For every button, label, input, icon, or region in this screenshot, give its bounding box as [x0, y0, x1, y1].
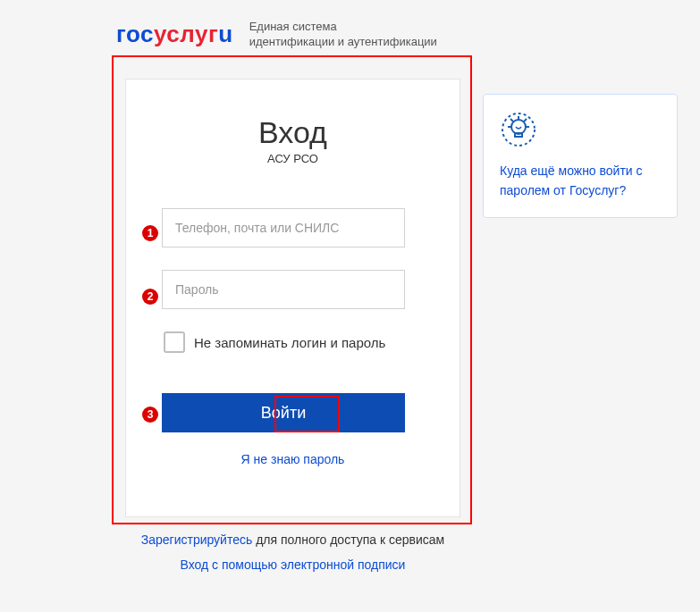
lightbulb-icon [500, 111, 537, 148]
logo-part-gos: гос [116, 21, 154, 47]
svg-line-5 [510, 119, 513, 122]
remember-row: Не запоминать логин и пароль [162, 331, 424, 353]
svg-line-6 [524, 119, 527, 122]
login-input[interactable] [162, 208, 405, 247]
forgot-password-link[interactable]: Я не знаю пароль [162, 452, 424, 466]
login-title: Вход [162, 115, 424, 150]
tagline-line2: идентификации и аутентификации [249, 35, 437, 50]
logo-part-u: u [218, 21, 232, 47]
submit-button[interactable]: Войти [162, 393, 405, 432]
register-link[interactable]: Зарегистрируйтесь [141, 532, 253, 547]
esign-link[interactable]: Вход с помощью электронной подписи [181, 558, 406, 572]
login-card: Вход АСУ РСО Не запоминать логин и парол… [125, 79, 460, 517]
info-card: Куда ещё можно войти с паролем от Госусл… [483, 94, 678, 218]
logo-part-uslugi: услуг [154, 21, 218, 47]
logo: госуслугu [116, 21, 233, 48]
svg-point-1 [511, 120, 526, 134]
tagline-line1: Единая система [249, 20, 437, 35]
footer-register: Зарегистрируйтесь для полного доступа к … [125, 532, 460, 547]
footer-esign: Вход с помощью электронной подписи [125, 558, 460, 572]
header: госуслугu Единая система идентификации и… [0, 0, 700, 50]
login-subtitle: АСУ РСО [162, 152, 424, 165]
remember-checkbox[interactable] [164, 331, 185, 353]
password-input[interactable] [162, 270, 405, 309]
register-rest: для полного доступа к сервисам [252, 532, 444, 547]
info-link[interactable]: Куда ещё можно войти с паролем от Госусл… [500, 163, 643, 197]
remember-label: Не запоминать логин и пароль [194, 335, 385, 350]
tagline: Единая система идентификации и аутентифи… [249, 20, 437, 50]
